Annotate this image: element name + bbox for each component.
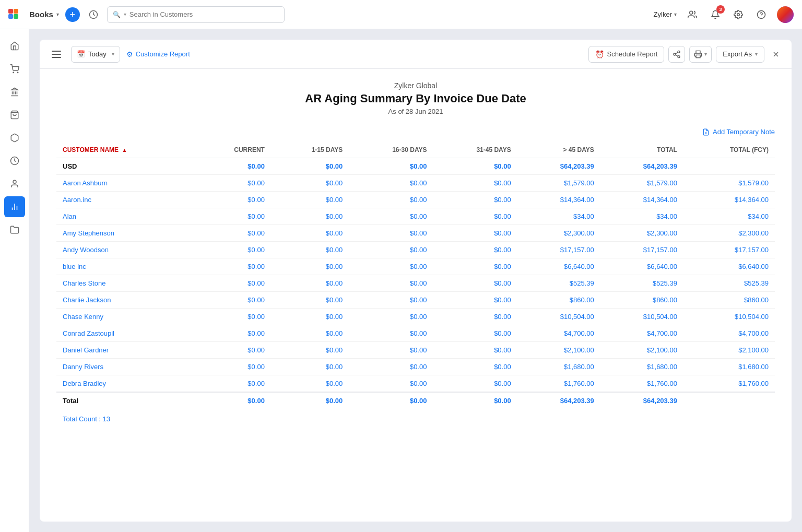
avatar[interactable] [777,6,794,23]
col-45plus-days[interactable]: > 45 DAYS [517,142,600,158]
d4-cell: $10,504.00 [517,309,600,325]
help-button[interactable] [754,7,769,22]
d3-cell: $0.00 [433,225,517,242]
customer-name-cell[interactable]: blue inc [56,258,194,275]
logo-area[interactable]: Books ▾ [8,7,59,22]
close-button[interactable] [769,47,783,62]
d2-cell: $0.00 [349,258,433,275]
report-table: CUSTOMER NAME ▲ CURRENT 1-15 DAYS 16-30 … [56,142,775,409]
settings-button[interactable] [731,7,746,22]
add-new-button[interactable]: + [65,7,80,22]
col-31-45-days[interactable]: 31-45 DAYS [433,142,517,158]
sidebar-item-purchases[interactable] [4,104,25,125]
d4-cell: $6,640.00 [517,258,600,275]
total-row-total: $64,203.39 [600,392,683,409]
customer-name-cell[interactable]: Chase Kenny [56,309,194,325]
share-button[interactable] [668,46,685,63]
d1-cell: $0.00 [271,375,349,393]
table-row: Daniel Gardner $0.00 $0.00 $0.00 $0.00 $… [56,342,775,359]
table-row: Debra Bradley $0.00 $0.00 $0.00 $0.00 $1… [56,375,775,393]
history-button[interactable] [86,7,101,22]
sidebar-item-time[interactable] [4,150,25,171]
col-16-30-days[interactable]: 16-30 DAYS [349,142,433,158]
print-chevron-icon: ▾ [704,51,707,57]
fcy-cell: $860.00 [683,292,775,309]
total-cell: $14,364.00 [600,192,683,208]
customer-name-cell[interactable]: Charlie Jackson [56,292,194,309]
customer-name-cell[interactable]: Amy Stephenson [56,225,194,242]
customer-name-cell[interactable]: Conrad Zastoupil [56,325,194,342]
col-customer-name[interactable]: CUSTOMER NAME ▲ [56,142,194,158]
customer-name-cell[interactable]: Debra Bradley [56,375,194,393]
total-cell: $860.00 [600,292,683,309]
user-menu[interactable]: Zylker ▾ [654,10,677,18]
table-row: Charlie Jackson $0.00 $0.00 $0.00 $0.00 … [56,292,775,309]
content-area: 📅 Today ▾ ⚙ Customize Report ⏰ Schedule … [29,29,802,532]
d3-cell: $0.00 [433,359,517,375]
d2-cell: $0.00 [349,225,433,242]
d4-cell: $14,364.00 [517,192,600,208]
search-bar[interactable]: 🔍 ▾ [107,6,285,23]
svg-line-26 [676,55,678,56]
d3-cell: $0.00 [433,275,517,292]
print-button[interactable]: ▾ [689,46,712,63]
export-chevron-icon: ▾ [755,51,758,57]
customer-name-cell[interactable]: Alan [56,208,194,225]
d4-cell: $1,760.00 [517,375,600,393]
svg-marker-16 [11,88,18,90]
current-cell: $0.00 [194,275,271,292]
d1-cell: $0.00 [271,292,349,309]
app-chevron-icon: ▾ [56,11,59,17]
team-icon-button[interactable] [685,7,700,22]
customer-name-cell[interactable]: Aaron.inc [56,192,194,208]
schedule-report-button[interactable]: ⏰ Schedule Report [588,46,665,63]
d1-cell: $0.00 [271,192,349,208]
col-total[interactable]: TOTAL [600,142,683,158]
col-total-fcy[interactable]: TOTAL (FCY) [683,142,775,158]
fcy-cell: $2,100.00 [683,342,775,359]
d2-cell: $0.00 [349,275,433,292]
sidebar-item-reports[interactable] [4,196,25,217]
svg-point-23 [678,51,680,53]
sidebar-item-inventory[interactable] [4,127,25,148]
add-temporary-note-button[interactable]: Add Temporary Note [702,128,775,136]
customer-name-cell[interactable]: Andy Woodson [56,242,194,258]
customize-report-link[interactable]: ⚙ Customize Report [126,50,190,58]
nav-right-area: Zylker ▾ 3 [654,6,794,23]
customer-name-cell[interactable]: Aaron Ashburn [56,175,194,192]
app-name-label: Books [29,10,53,19]
d2-cell: $0.00 [349,325,433,342]
col-current[interactable]: CURRENT [194,142,271,158]
date-label: Today [88,50,107,58]
d4-cell: $1,680.00 [517,359,600,375]
add-note-label: Add Temporary Note [713,128,775,136]
currency-group-d3: $0.00 [433,158,517,175]
customer-name-cell[interactable]: Danny Rivers [56,359,194,375]
sidebar-item-banking[interactable] [4,81,25,102]
hamburger-line-2 [52,54,61,55]
total-cell: $1,680.00 [600,359,683,375]
total-cell: $6,640.00 [600,258,683,275]
sidebar-item-sales[interactable] [4,58,25,79]
top-navigation: Books ▾ + 🔍 ▾ Zylker ▾ [0,0,802,29]
total-row-current: $0.00 [194,392,271,409]
col-1-15-days[interactable]: 1-15 DAYS [271,142,349,158]
d1-cell: $0.00 [271,175,349,192]
notifications-button[interactable]: 3 [708,7,723,22]
sidebar-item-documents[interactable] [4,219,25,240]
sidebar-item-contacts[interactable] [4,173,25,194]
date-picker[interactable]: 📅 Today ▾ [71,46,120,63]
export-button[interactable]: Export As ▾ [716,46,764,63]
table-row-currency-group: USD $0.00 $0.00 $0.00 $0.00 $64,203.39 $… [56,158,775,175]
customer-name-cell[interactable]: Charles Stone [56,275,194,292]
total-cell: $525.39 [600,275,683,292]
user-chevron-icon: ▾ [674,11,677,17]
customer-name-cell[interactable]: Daniel Gardner [56,342,194,359]
fcy-cell: $6,640.00 [683,258,775,275]
sidebar-item-home[interactable] [4,36,25,56]
svg-rect-1 [14,9,18,14]
total-row-d2: $0.00 [349,392,433,409]
search-input[interactable] [129,10,279,18]
menu-toggle-button[interactable] [48,46,65,63]
report-header: Zylker Global AR Aging Summary By Invoic… [56,81,775,115]
